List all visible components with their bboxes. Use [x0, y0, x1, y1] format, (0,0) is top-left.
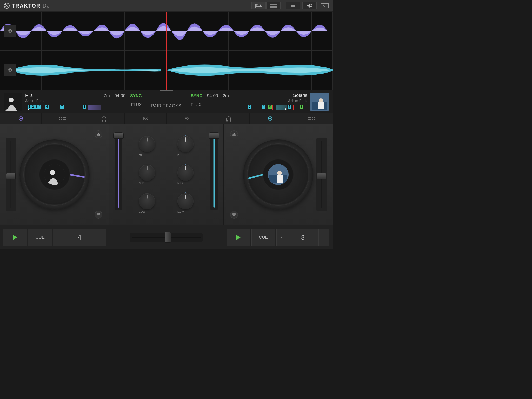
- album-art-deck-b[interactable]: [310, 93, 329, 111]
- cue-marker[interactable]: 6: [45, 105, 49, 109]
- eq-low-knob-a[interactable]: [139, 193, 155, 209]
- cue-marker[interactable]: 5: [268, 105, 272, 109]
- cue-marker[interactable]: 1: [28, 105, 31, 109]
- eq-hi-label: HI: [139, 153, 155, 156]
- minimap-deck-a[interactable]: ▲ 1234678: [25, 105, 101, 111]
- grid-icon: [308, 117, 315, 120]
- transport-bar: CUE ‹ 4 › CUE ‹ 8 ›: [0, 225, 332, 249]
- eq-hi-knob-b[interactable]: [177, 136, 194, 152]
- volume-fader-a[interactable]: [115, 132, 122, 210]
- freeze-button-deck-b[interactable]: ❄: [4, 64, 16, 76]
- cue-marker[interactable]: 2: [31, 105, 35, 109]
- svg-rect-4: [270, 4, 277, 5]
- loop-increase-b[interactable]: ›: [318, 229, 329, 246]
- cue-marker[interactable]: 8: [300, 105, 303, 109]
- track-info-deck-a: Pils Achim Funk ▲ 1234678 7m 94.00 SYNC …: [0, 90, 146, 113]
- volume-button[interactable]: [302, 2, 317, 9]
- eq-column-a: HI MID LOW: [128, 129, 166, 220]
- loop-decrease-b[interactable]: ‹: [276, 229, 287, 246]
- svg-point-13: [50, 170, 55, 175]
- view-mode-deck-button[interactable]: [251, 2, 266, 9]
- cue-marker[interactable]: 4: [38, 105, 41, 109]
- cue-marker[interactable]: 7: [288, 105, 291, 109]
- tab-fx-b[interactable]: FX: [167, 113, 208, 124]
- app-name-light: DJ: [43, 3, 50, 9]
- browser-button[interactable]: [286, 2, 300, 9]
- cue-marker[interactable]: 7: [60, 105, 64, 109]
- album-art-deck-a[interactable]: [4, 93, 22, 111]
- tab-record-b[interactable]: [250, 113, 291, 124]
- tab-fx-a[interactable]: FX: [125, 113, 166, 124]
- volume-fader-b[interactable]: [210, 132, 218, 210]
- cue-marker[interactable]: 3: [35, 105, 38, 109]
- snowflake-icon: ❄: [8, 66, 13, 74]
- ni-logo-icon: [321, 3, 329, 8]
- mixer-section: HI MID LOW HI MID LOW: [109, 124, 223, 225]
- eq-mid-label: MID: [177, 182, 194, 185]
- tempo-fader-a[interactable]: [6, 138, 16, 211]
- grid-icon: [59, 117, 66, 120]
- eq-low-label: LOW: [177, 210, 194, 213]
- track-artist-a: Achim Funk: [25, 99, 101, 103]
- playhead-marker: [166, 12, 167, 90]
- tab-hotcues-a[interactable]: [42, 113, 83, 124]
- track-title-a: Pils: [25, 93, 101, 98]
- record-icon: [268, 116, 272, 121]
- tab-cue-headphone-a[interactable]: [83, 113, 125, 124]
- cue-marker[interactable]: 2: [248, 105, 251, 109]
- deck-b: [223, 124, 332, 225]
- loop-value-a[interactable]: 4: [64, 229, 95, 246]
- loop-increase-a[interactable]: ›: [95, 229, 106, 246]
- play-button-b[interactable]: [227, 229, 250, 246]
- eject-button-b[interactable]: [230, 130, 238, 138]
- record-icon: [19, 116, 23, 121]
- svg-point-7: [9, 98, 14, 102]
- freeze-button-deck-a[interactable]: ❄: [4, 25, 16, 37]
- flux-button-a[interactable]: FLUX: [131, 103, 142, 107]
- eq-mid-knob-b[interactable]: [177, 165, 194, 181]
- snowflake-icon: ❄: [8, 28, 13, 35]
- play-button-a[interactable]: [3, 229, 27, 246]
- svg-point-3: [260, 4, 261, 6]
- tab-cue-headphone-b[interactable]: [208, 113, 250, 124]
- tab-hotcues-b[interactable]: [291, 113, 332, 124]
- traktor-logo-icon: [4, 3, 10, 9]
- eq-mid-knob-a[interactable]: [139, 165, 155, 181]
- eq-low-label: LOW: [139, 210, 155, 213]
- cue-marker[interactable]: 8: [83, 105, 86, 109]
- sync-button-b[interactable]: SYNC: [191, 94, 202, 98]
- load-button-b[interactable]: [230, 211, 238, 219]
- tempo-fader-b[interactable]: [316, 138, 327, 211]
- view-mode-wave-button[interactable]: [266, 2, 281, 9]
- tab-record-a[interactable]: [0, 113, 42, 124]
- loop-value-b[interactable]: 8: [287, 229, 318, 246]
- eq-hi-knob-a[interactable]: [139, 136, 155, 152]
- eq-hi-label: HI: [177, 153, 194, 156]
- flux-button-b[interactable]: FLUX: [191, 103, 201, 107]
- sync-button-a[interactable]: SYNC: [130, 94, 142, 98]
- eq-low-knob-b[interactable]: [177, 193, 194, 209]
- svg-rect-5: [270, 6, 277, 8]
- cue-marker[interactable]: 4: [262, 105, 265, 109]
- loop-decrease-a[interactable]: ‹: [53, 229, 64, 246]
- eq-column-b: HI MID LOW: [166, 129, 205, 220]
- minimap-deck-b[interactable]: ▲ 24578: [232, 105, 307, 111]
- track-info-bar: Pils Achim Funk ▲ 1234678 7m 94.00 SYNC …: [0, 90, 332, 113]
- jog-wheel-a[interactable]: [19, 139, 90, 210]
- load-button-a[interactable]: [95, 211, 102, 219]
- play-icon: [13, 235, 17, 240]
- cue-button-b[interactable]: CUE: [251, 229, 275, 246]
- loop-control-b: ‹ 8 ›: [276, 229, 329, 246]
- bpm-b: 94.00: [207, 93, 218, 98]
- waveform-resize-handle[interactable]: [160, 90, 173, 91]
- deck-area: HI MID LOW HI MID LOW: [0, 124, 332, 225]
- app-name-bold: TRAKTOR: [12, 3, 41, 9]
- cue-button-a[interactable]: CUE: [28, 229, 52, 246]
- play-icon: [236, 235, 241, 240]
- crossfader[interactable]: [130, 233, 203, 242]
- jog-wheel-b[interactable]: [243, 139, 313, 210]
- time-remaining-b: 2m: [223, 93, 229, 98]
- eject-button-a[interactable]: [95, 130, 102, 138]
- eq-mid-label: MID: [139, 182, 155, 185]
- pair-tracks-button[interactable]: PAIR TRACKS: [151, 104, 181, 108]
